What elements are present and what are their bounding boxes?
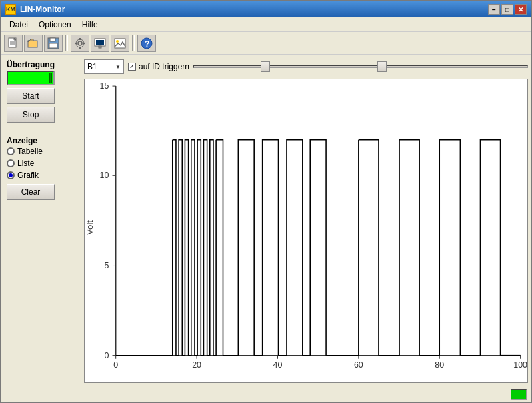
toolbar-separator-2 [132, 35, 135, 51]
chart-area: B1 ▼ auf ID triggern [81, 55, 531, 386]
svg-rect-18 [99, 46, 101, 48]
trigger-slider-track[interactable] [193, 65, 528, 68]
close-button[interactable]: ✕ [515, 4, 527, 15]
svg-rect-23 [85, 79, 527, 382]
channel-select-arrow: ▼ [115, 64, 121, 70]
svg-text:0: 0 [113, 360, 118, 370]
toolbar-new-button[interactable] [4, 35, 23, 52]
section-transmission: Übertragung Start Stop [7, 60, 75, 123]
menu-optionen[interactable]: Optionen [33, 19, 77, 31]
start-button[interactable]: Start [7, 88, 55, 104]
svg-text:?: ? [145, 39, 149, 49]
radio-liste-label: Liste [17, 159, 34, 168]
menu-hilfe[interactable]: Hilfe [77, 19, 103, 31]
toolbar-separator-1 [65, 35, 68, 51]
channel-select[interactable]: B1 ▼ [84, 59, 124, 74]
svg-rect-9 [49, 43, 57, 48]
restore-button[interactable]: □ [501, 4, 513, 15]
stop-button[interactable]: Stop [7, 107, 55, 123]
display-radio-group: Tabelle Liste Grafik [7, 147, 75, 180]
minimize-button[interactable]: − [488, 4, 500, 15]
svg-text:20: 20 [192, 360, 201, 370]
status-bar [1, 386, 531, 402]
svg-text:40: 40 [273, 360, 283, 370]
toolbar-save-button[interactable] [44, 35, 63, 52]
trigger-checkbox[interactable] [128, 63, 136, 71]
radio-liste[interactable]: Liste [7, 159, 75, 168]
svg-point-10 [78, 41, 82, 45]
section-transmission-label: Übertragung [7, 60, 75, 69]
transmission-indicator [7, 71, 55, 85]
svg-text:0: 0 [104, 351, 109, 360]
chart-svg: 0 5 10 15 0 20 [85, 79, 527, 382]
toolbar-help-button[interactable]: ? [137, 35, 156, 52]
svg-text:100: 100 [513, 360, 527, 370]
radio-circle-grafik [7, 171, 15, 179]
svg-rect-8 [50, 38, 55, 41]
svg-rect-5 [28, 41, 37, 47]
section-display-label: Anzeige [7, 136, 75, 145]
toolbar-open-button[interactable] [24, 35, 43, 52]
trigger-checkbox-label: auf ID triggern [139, 62, 189, 71]
radio-circle-liste [7, 159, 15, 167]
toolbar-settings-button[interactable] [71, 35, 89, 52]
trigger-slider-container [193, 59, 528, 74]
section-display: Anzeige Tabelle Liste Grafik [7, 136, 75, 200]
menu-datei[interactable]: Datei [4, 19, 33, 31]
svg-point-11 [76, 39, 84, 47]
channel-select-value: B1 [87, 62, 97, 71]
window-title: LIN-Monitor [20, 5, 488, 14]
window-controls: − □ ✕ [488, 4, 527, 15]
toolbar-monitor-button[interactable] [91, 35, 109, 52]
chart-controls: B1 ▼ auf ID triggern [84, 57, 528, 76]
app-icon: KM [5, 4, 16, 15]
clear-button[interactable]: Clear [7, 184, 55, 200]
svg-point-20 [116, 40, 119, 43]
svg-text:10: 10 [99, 171, 109, 180]
toolbar-image-button[interactable] [111, 35, 129, 52]
indicator-mark [49, 73, 52, 83]
radio-circle-tabelle [7, 147, 15, 155]
radio-tabelle-label: Tabelle [17, 147, 43, 156]
svg-text:60: 60 [354, 360, 363, 370]
section-divider [7, 127, 75, 132]
title-bar: KM LIN-Monitor − □ ✕ [1, 1, 531, 17]
trigger-checkbox-item[interactable]: auf ID triggern [128, 62, 189, 71]
trigger-slider-thumb2[interactable] [377, 61, 387, 72]
svg-text:Volt: Volt [85, 220, 95, 235]
svg-text:80: 80 [435, 360, 444, 370]
trigger-slider-thumb[interactable] [261, 61, 270, 72]
svg-rect-17 [96, 40, 104, 45]
svg-text:15: 15 [99, 81, 109, 91]
radio-tabelle[interactable]: Tabelle [7, 147, 75, 156]
status-indicator [511, 389, 527, 400]
left-panel: Übertragung Start Stop Anzeige Tabelle [1, 55, 81, 386]
svg-text:5: 5 [104, 262, 109, 271]
radio-grafik[interactable]: Grafik [7, 171, 75, 180]
menu-bar: Datei Optionen Hilfe [1, 17, 531, 32]
toolbar: ? [1, 32, 531, 55]
main-content: Übertragung Start Stop Anzeige Tabelle [1, 55, 531, 386]
chart-container: 0 5 10 15 0 20 [84, 79, 528, 383]
radio-grafik-label: Grafik [17, 171, 39, 180]
